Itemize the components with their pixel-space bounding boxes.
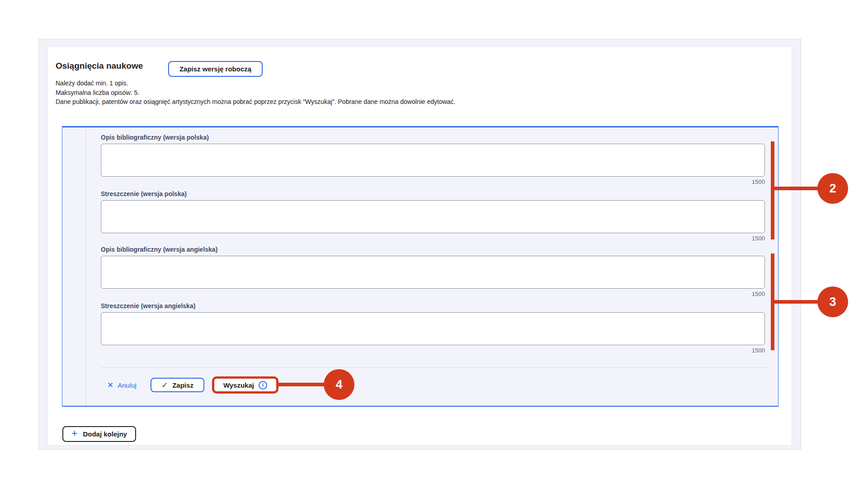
drag-handle-divider bbox=[86, 127, 86, 406]
save-label: Zapisz bbox=[172, 381, 193, 389]
achievement-entry-panel: Opis bibliograficzny (wersja polska) 150… bbox=[62, 126, 778, 407]
field-label: Opis bibliograficzny (wersja angielska) bbox=[101, 245, 765, 253]
save-button[interactable]: ✓ Zapisz bbox=[151, 378, 204, 392]
add-another-button[interactable]: + Dodaj kolejny bbox=[62, 426, 136, 442]
actions-divider bbox=[101, 367, 767, 368]
annotation-badge-4-number: 4 bbox=[335, 378, 342, 392]
content-card-frame: Osiągnięcia naukowe Zapisz wersję robocz… bbox=[38, 39, 801, 450]
annotation-badge-2: 2 bbox=[817, 173, 848, 204]
opis-bibliograficzny-pl-textarea[interactable] bbox=[101, 144, 765, 177]
page: Osiągnięcia naukowe Zapisz wersję robocz… bbox=[0, 0, 868, 488]
annotation-badge-2-number: 2 bbox=[829, 182, 836, 196]
field-group: Streszczenie (wersja polska) 1500 bbox=[101, 190, 765, 242]
check-icon: ✓ bbox=[161, 381, 168, 389]
description-line: Dane publikacji, patentów oraz osiągnięć… bbox=[56, 97, 455, 107]
field-label: Streszczenie (wersja polska) bbox=[101, 190, 765, 198]
streszczenie-en-textarea[interactable] bbox=[101, 312, 765, 345]
description-line: Należy dodać min. 1 opis. bbox=[56, 79, 455, 88]
field-group: Streszczenie (wersja angielska) 1500 bbox=[101, 302, 765, 354]
annotation-bracket-line-2 bbox=[771, 141, 774, 239]
section-title: Osiągnięcia naukowe bbox=[56, 61, 143, 71]
close-icon: ✕ bbox=[107, 381, 113, 389]
section-description: Należy dodać min. 1 opis. Maksymalna lic… bbox=[56, 79, 455, 107]
cancel-label: Anuluj bbox=[118, 381, 137, 389]
char-counter: 1500 bbox=[101, 291, 765, 298]
opis-bibliograficzny-en-textarea[interactable] bbox=[101, 256, 765, 289]
annotation-badge-3-number: 3 bbox=[829, 295, 836, 309]
plus-icon: + bbox=[71, 428, 77, 439]
annotation-badge-4: 4 bbox=[324, 369, 354, 400]
search-button[interactable]: Wyszukaj i bbox=[214, 379, 276, 391]
annotation-connector-4 bbox=[276, 383, 327, 386]
field-label: Opis bibliograficzny (wersja polska) bbox=[101, 133, 765, 141]
actions-row: ✕ Anuluj ✓ Zapisz Wyszukaj i bbox=[101, 376, 278, 394]
cancel-button[interactable]: ✕ Anuluj bbox=[107, 381, 137, 389]
field-label: Streszczenie (wersja angielska) bbox=[101, 302, 765, 310]
field-group: Opis bibliograficzny (wersja angielska) … bbox=[101, 245, 765, 298]
save-draft-button[interactable]: Zapisz wersję roboczą bbox=[168, 61, 263, 77]
field-group: Opis bibliograficzny (wersja polska) 150… bbox=[101, 133, 765, 186]
description-line: Maksymalna liczba opisów: 5. bbox=[56, 88, 455, 98]
info-icon: i bbox=[259, 381, 267, 389]
content-card: Osiągnięcia naukowe Zapisz wersję robocz… bbox=[47, 46, 792, 446]
annotation-connector-3 bbox=[771, 300, 821, 304]
char-counter: 1500 bbox=[101, 178, 765, 186]
search-label: Wyszukaj bbox=[223, 381, 254, 389]
annotation-connector-2 bbox=[771, 187, 821, 190]
annotation-highlight-box: Wyszukaj i bbox=[212, 376, 278, 394]
char-counter: 1500 bbox=[101, 347, 765, 354]
char-counter: 1500 bbox=[101, 235, 765, 242]
add-another-label: Dodaj kolejny bbox=[83, 430, 127, 438]
streszczenie-pl-textarea[interactable] bbox=[101, 200, 765, 233]
annotation-badge-3: 3 bbox=[817, 286, 848, 317]
